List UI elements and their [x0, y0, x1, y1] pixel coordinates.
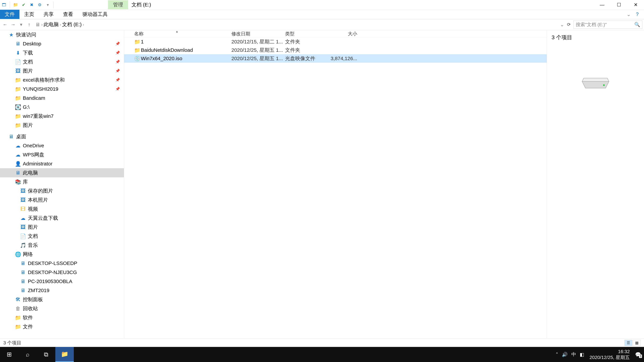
tree-label: win7重装win7: [23, 113, 54, 120]
contextual-tab-label[interactable]: 管理: [108, 0, 128, 9]
tree-this-pc[interactable]: 🖥此电脑: [0, 168, 124, 177]
folder-icon[interactable]: 📁: [12, 2, 18, 8]
ime-indicator[interactable]: 中: [572, 351, 576, 358]
up-button[interactable]: ↑: [26, 21, 32, 28]
breadcrumb-root[interactable]: 此电脑: [44, 21, 59, 28]
tree-yunqishi[interactable]: 📁YUNQISHI2019📌: [0, 84, 124, 93]
tree-zmt[interactable]: 🖥ZMT2019: [0, 286, 124, 295]
tree-label: 回收站: [23, 305, 38, 312]
chevron-down-icon[interactable]: ⌄: [625, 11, 632, 18]
tab-share[interactable]: 共享: [39, 10, 58, 19]
status-text: 3 个项目: [3, 340, 21, 346]
back-button[interactable]: ←: [2, 21, 8, 28]
tree-files[interactable]: 📁文件: [0, 322, 124, 331]
tree-pictures3[interactable]: 🖼图片: [0, 223, 124, 232]
icons-view-button[interactable]: ▦: [633, 340, 641, 346]
tree-software[interactable]: 📁软件: [0, 313, 124, 322]
tree-win7reinstall[interactable]: 📁win7重装win7: [0, 112, 124, 121]
refresh-button[interactable]: ⟳: [566, 22, 572, 27]
tree-onedrive[interactable]: ☁OneDrive: [0, 141, 124, 150]
tree-label: 下载: [23, 49, 33, 56]
tree-tianyi[interactable]: ☁天翼云盘下载: [0, 214, 124, 223]
check-icon[interactable]: ✔: [21, 2, 27, 8]
svg-marker-0: [582, 81, 609, 88]
file-type: 光盘映像文件: [285, 55, 330, 62]
tree-pictures2[interactable]: 📁图片: [0, 121, 124, 130]
search-icon[interactable]: 🔍: [634, 22, 640, 27]
tree-desktop-root[interactable]: 🖥桌面: [0, 132, 124, 141]
breadcrumb[interactable]: 🖥 › 此电脑 › 文档 (E:) › ⌄: [34, 21, 564, 28]
recent-locations-button[interactable]: ▾: [18, 21, 24, 28]
tree-camera-roll[interactable]: 🖼本机照片: [0, 195, 124, 204]
tab-view[interactable]: 查看: [58, 10, 78, 19]
tree-documents2[interactable]: 📄文档: [0, 232, 124, 241]
tree-pc-2019[interactable]: 🖥PC-20190530OBLA: [0, 277, 124, 286]
tab-home[interactable]: 主页: [20, 10, 39, 19]
search-input[interactable]: 搜索"文档 (E:)" 🔍: [574, 21, 642, 29]
pin-icon: 📌: [116, 87, 120, 91]
navigation-tree[interactable]: ★快速访问 🖥Desktop📌 ⬇下载📌 📄文档📌 🖼图片📌 📁excel表格制…: [0, 30, 124, 339]
tree-recycle[interactable]: 🗑回收站: [0, 304, 124, 313]
search-button[interactable]: ⌕: [18, 347, 37, 362]
tree-desktop[interactable]: 🖥Desktop📌: [0, 39, 124, 48]
tree-label: Administrator: [23, 161, 52, 167]
tree-quick-access[interactable]: ★快速访问: [0, 30, 124, 39]
tree-documents[interactable]: 📄文档📌: [0, 57, 124, 66]
col-type[interactable]: 类型: [285, 31, 330, 37]
col-name[interactable]: 名称▴: [134, 31, 232, 37]
forward-button[interactable]: →: [10, 21, 16, 28]
tree-pc-njeu3cg[interactable]: 🖥DESKTOP-NJEU3CG: [0, 268, 124, 277]
tree-label: OneDrive: [23, 143, 44, 148]
gear-icon[interactable]: ⚙: [37, 2, 43, 8]
taskbar-clock[interactable]: 16:32 2020/12/25, 星期五: [588, 349, 632, 360]
file-row[interactable]: 📁 BaiduNetdiskDownload 2020/12/25, 星期五 1…: [124, 46, 547, 54]
tree-downloads[interactable]: ⬇下载📌: [0, 48, 124, 57]
svg-point-2: [603, 84, 605, 86]
address-dropdown-icon[interactable]: ⌄: [560, 22, 564, 27]
tray-app-icon[interactable]: ◧: [580, 352, 584, 357]
system-tray: ˄ 🔊 中 ◧ 16:32 2020/12/25, 星期五 💬3: [556, 349, 644, 360]
sort-asc-icon: ▴: [176, 29, 178, 33]
x-icon[interactable]: ✖: [29, 2, 35, 8]
details-view-button[interactable]: ☰: [624, 340, 632, 346]
maximize-button[interactable]: ☐: [610, 0, 627, 10]
tree-network[interactable]: 🌐网络: [0, 250, 124, 259]
col-date[interactable]: 修改日期: [232, 31, 285, 37]
tree-excel-folder[interactable]: 📁excel表格制作求和📌: [0, 75, 124, 84]
file-row[interactable]: 📁 1 2020/12/15, 星期二 1... 文件夹: [124, 37, 547, 46]
file-name: BaiduNetdiskDownload: [141, 47, 232, 53]
volume-icon[interactable]: 🔊: [562, 352, 568, 357]
title-bar: 🗔 📁 ✔ ✖ ⚙ ▾ 管理 文档 (E:) — ☐ ✕: [0, 0, 644, 10]
tab-file[interactable]: 文件: [0, 10, 20, 19]
file-list[interactable]: 名称▴ 修改日期 类型 大小 📁 1 2020/12/15, 星期二 1... …: [124, 30, 547, 339]
breadcrumb-drive[interactable]: 文档 (E:): [62, 21, 82, 28]
tree-control-panel[interactable]: 🛠控制面板: [0, 295, 124, 304]
action-center-button[interactable]: 💬3: [635, 352, 641, 357]
tree-label: 本机照片: [28, 197, 48, 203]
column-headers[interactable]: 名称▴ 修改日期 类型 大小: [124, 30, 547, 37]
tree-library[interactable]: 📚库: [0, 177, 124, 186]
task-view-button[interactable]: ⧉: [37, 347, 55, 362]
col-size[interactable]: 大小: [330, 31, 357, 37]
tree-wps[interactable]: ☁WPS网盘: [0, 150, 124, 159]
tree-gdrive[interactable]: 💽G:\: [0, 103, 124, 112]
tree-saved-pics[interactable]: 🖼保存的图片: [0, 186, 124, 195]
close-button[interactable]: ✕: [627, 0, 644, 10]
folder-icon: 📁: [15, 324, 21, 330]
file-date: 2020/12/15, 星期二 1...: [232, 38, 285, 45]
tray-overflow-icon[interactable]: ˄: [556, 352, 558, 357]
minimize-button[interactable]: —: [594, 0, 610, 10]
tree-pc-lssoedp[interactable]: 🖥DESKTOP-LSSOEDP: [0, 259, 124, 268]
tree-pictures[interactable]: 🖼图片📌: [0, 66, 124, 75]
tree-bandicam[interactable]: 📁Bandicam: [0, 93, 124, 103]
taskbar[interactable]: ⊞ ⌕ ⧉ 📁 ˄ 🔊 中 ◧ 16:32 2020/12/25, 星期五 💬3: [0, 347, 644, 362]
tree-videos[interactable]: 🎞视频: [0, 204, 124, 214]
start-button[interactable]: ⊞: [0, 347, 18, 362]
file-row-selected[interactable]: 💿 Win7x64_2020.iso 2020/12/25, 星期五 1... …: [124, 54, 547, 63]
explorer-taskbar-button[interactable]: 📁: [55, 347, 74, 362]
tree-music[interactable]: 🎵音乐: [0, 241, 124, 250]
tree-admin[interactable]: 👤Administrator: [0, 159, 124, 168]
overflow-icon[interactable]: ▾: [45, 2, 51, 8]
tab-drive-tools[interactable]: 驱动器工具: [78, 10, 112, 19]
help-icon[interactable]: ？: [634, 11, 641, 18]
